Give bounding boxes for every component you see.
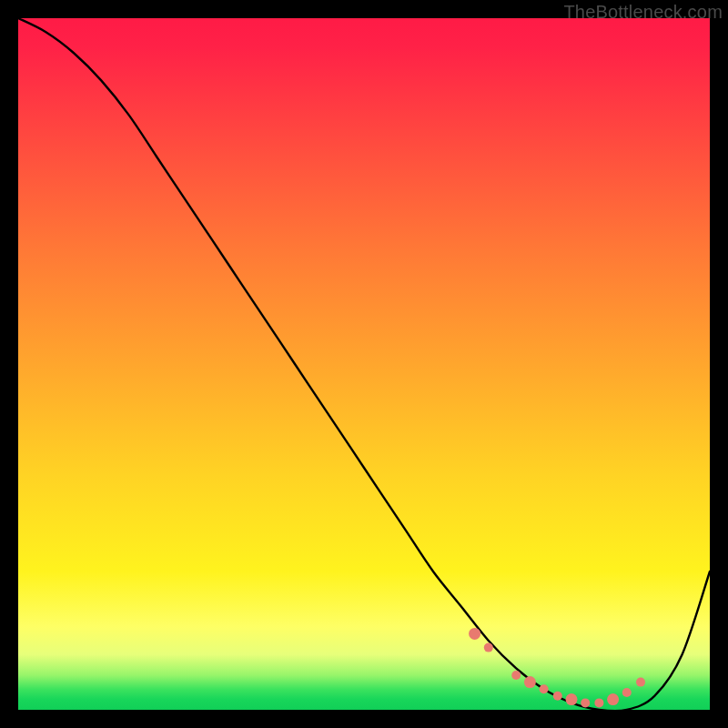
highlight-dot [636, 678, 645, 687]
bottleneck-curve [18, 18, 710, 711]
highlight-dot [594, 698, 603, 707]
highlight-dot [484, 643, 493, 652]
highlight-dot [581, 698, 590, 707]
highlight-dot [524, 676, 536, 688]
curve-layer [18, 18, 710, 710]
highlight-dot [566, 693, 578, 705]
highlight-dot [607, 693, 619, 705]
highlight-dot [622, 688, 632, 697]
highlight-dot [511, 671, 521, 680]
plot-area [18, 18, 710, 710]
highlight-dot [469, 628, 480, 640]
highlight-dot [540, 684, 549, 693]
highlight-dot [553, 692, 562, 701]
chart-frame: TheBottleneck.com [0, 0, 728, 728]
optimal-range-dots [469, 628, 645, 708]
